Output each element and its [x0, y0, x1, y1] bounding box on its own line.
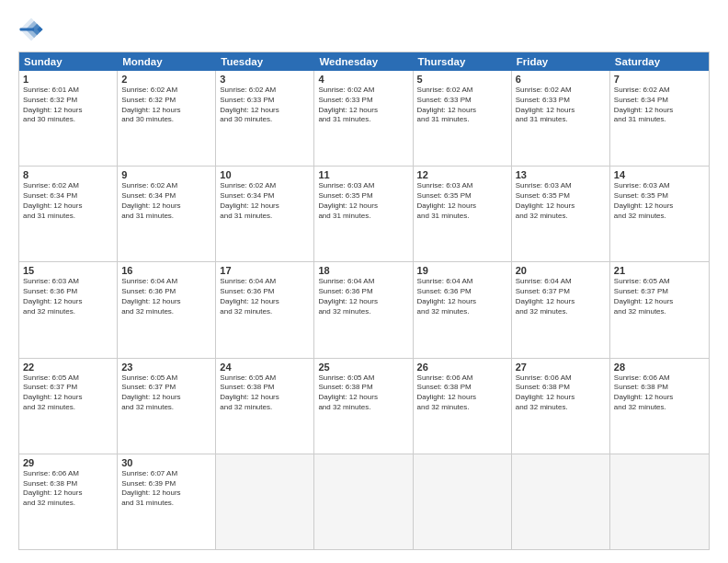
day-number: 1: [23, 74, 113, 85]
day-number: 2: [121, 74, 211, 85]
calendar-week-5: 29Sunrise: 6:06 AMSunset: 6:38 PMDayligh…: [19, 454, 709, 549]
day-number: 9: [121, 169, 211, 180]
day-info: Sunrise: 6:05 AMSunset: 6:38 PMDaylight:…: [220, 373, 310, 413]
calendar-header: Sunday Monday Tuesday Wednesday Thursday…: [19, 52, 709, 71]
day-info: Sunrise: 6:07 AMSunset: 6:39 PMDaylight:…: [121, 469, 211, 509]
day-info: Sunrise: 6:02 AMSunset: 6:34 PMDaylight:…: [23, 181, 113, 221]
day-number: 25: [318, 362, 408, 373]
calendar-cell: 2Sunrise: 6:02 AMSunset: 6:32 PMDaylight…: [118, 71, 216, 166]
calendar-cell: 7Sunrise: 6:02 AMSunset: 6:34 PMDaylight…: [610, 71, 709, 166]
header-tuesday: Tuesday: [216, 52, 314, 71]
day-number: 29: [23, 457, 113, 468]
calendar-cell: 3Sunrise: 6:02 AMSunset: 6:33 PMDaylight…: [216, 71, 314, 166]
calendar-cell: 28Sunrise: 6:06 AMSunset: 6:38 PMDayligh…: [610, 359, 709, 454]
day-number: 18: [318, 265, 408, 276]
day-info: Sunrise: 6:02 AMSunset: 6:33 PMDaylight:…: [516, 86, 606, 125]
day-number: 28: [614, 362, 705, 373]
day-info: Sunrise: 6:04 AMSunset: 6:36 PMDaylight:…: [318, 277, 408, 316]
day-info: Sunrise: 6:04 AMSunset: 6:36 PMDaylight:…: [220, 277, 310, 316]
day-info: Sunrise: 6:05 AMSunset: 6:37 PMDaylight:…: [23, 373, 113, 413]
calendar-cell: 23Sunrise: 6:05 AMSunset: 6:37 PMDayligh…: [118, 359, 216, 454]
header-sunday: Sunday: [19, 52, 118, 71]
calendar-cell: 25Sunrise: 6:05 AMSunset: 6:38 PMDayligh…: [314, 359, 413, 454]
day-number: 16: [121, 265, 211, 276]
calendar-cell: [512, 454, 610, 549]
day-number: 6: [516, 74, 606, 85]
day-info: Sunrise: 6:06 AMSunset: 6:38 PMDaylight:…: [516, 373, 606, 413]
calendar-cell: 24Sunrise: 6:05 AMSunset: 6:38 PMDayligh…: [216, 359, 314, 454]
header: [18, 17, 710, 42]
day-number: 5: [417, 74, 507, 85]
day-info: Sunrise: 6:02 AMSunset: 6:33 PMDaylight:…: [318, 86, 408, 125]
calendar-cell: [216, 454, 314, 549]
calendar-cell: 13Sunrise: 6:03 AMSunset: 6:35 PMDayligh…: [512, 167, 610, 261]
day-info: Sunrise: 6:06 AMSunset: 6:38 PMDaylight:…: [23, 469, 113, 509]
day-number: 21: [614, 265, 705, 276]
calendar-cell: 10Sunrise: 6:02 AMSunset: 6:34 PMDayligh…: [216, 167, 314, 261]
day-number: 23: [121, 362, 211, 373]
day-info: Sunrise: 6:05 AMSunset: 6:37 PMDaylight:…: [614, 277, 705, 316]
calendar-cell: 5Sunrise: 6:02 AMSunset: 6:33 PMDaylight…: [414, 71, 512, 166]
day-info: Sunrise: 6:04 AMSunset: 6:36 PMDaylight:…: [417, 277, 507, 316]
day-number: 4: [318, 74, 408, 85]
calendar-body: 1Sunrise: 6:01 AMSunset: 6:32 PMDaylight…: [19, 71, 709, 549]
calendar-cell: [314, 454, 413, 549]
day-number: 12: [417, 169, 507, 180]
calendar-cell: 26Sunrise: 6:06 AMSunset: 6:38 PMDayligh…: [414, 359, 512, 454]
calendar-cell: 18Sunrise: 6:04 AMSunset: 6:36 PMDayligh…: [314, 262, 413, 357]
day-info: Sunrise: 6:02 AMSunset: 6:33 PMDaylight:…: [220, 86, 310, 125]
day-number: 15: [23, 265, 113, 276]
day-number: 14: [614, 169, 705, 180]
day-info: Sunrise: 6:02 AMSunset: 6:34 PMDaylight:…: [121, 181, 211, 221]
calendar-cell: 11Sunrise: 6:03 AMSunset: 6:35 PMDayligh…: [314, 167, 413, 261]
calendar-cell: 6Sunrise: 6:02 AMSunset: 6:33 PMDaylight…: [512, 71, 610, 166]
calendar-cell: 4Sunrise: 6:02 AMSunset: 6:33 PMDaylight…: [314, 71, 413, 166]
header-thursday: Thursday: [414, 52, 512, 71]
calendar-cell: 20Sunrise: 6:04 AMSunset: 6:37 PMDayligh…: [512, 262, 610, 357]
day-number: 11: [318, 169, 408, 180]
calendar-cell: 22Sunrise: 6:05 AMSunset: 6:37 PMDayligh…: [19, 359, 118, 454]
calendar-cell: 19Sunrise: 6:04 AMSunset: 6:36 PMDayligh…: [414, 262, 512, 357]
day-number: 22: [23, 362, 113, 373]
day-number: 20: [516, 265, 606, 276]
day-number: 8: [23, 169, 113, 180]
day-number: 24: [220, 362, 310, 373]
svg-rect-4: [20, 28, 35, 30]
day-info: Sunrise: 6:06 AMSunset: 6:38 PMDaylight:…: [614, 373, 705, 413]
day-info: Sunrise: 6:03 AMSunset: 6:35 PMDaylight:…: [614, 181, 705, 221]
day-info: Sunrise: 6:02 AMSunset: 6:32 PMDaylight:…: [121, 86, 211, 125]
day-number: 3: [220, 74, 310, 85]
day-info: Sunrise: 6:03 AMSunset: 6:35 PMDaylight:…: [318, 181, 408, 221]
day-info: Sunrise: 6:02 AMSunset: 6:34 PMDaylight:…: [614, 86, 705, 125]
day-number: 30: [121, 457, 211, 468]
day-number: 17: [220, 265, 310, 276]
day-number: 27: [516, 362, 606, 373]
calendar-cell: 21Sunrise: 6:05 AMSunset: 6:37 PMDayligh…: [610, 262, 709, 357]
day-info: Sunrise: 6:03 AMSunset: 6:36 PMDaylight:…: [23, 277, 113, 316]
calendar-cell: 30Sunrise: 6:07 AMSunset: 6:39 PMDayligh…: [118, 454, 216, 549]
calendar-cell: 14Sunrise: 6:03 AMSunset: 6:35 PMDayligh…: [610, 167, 709, 261]
day-number: 7: [614, 74, 705, 85]
day-info: Sunrise: 6:04 AMSunset: 6:36 PMDaylight:…: [121, 277, 211, 316]
page: Sunday Monday Tuesday Wednesday Thursday…: [0, 0, 728, 563]
logo: [18, 17, 48, 42]
calendar-cell: 12Sunrise: 6:03 AMSunset: 6:35 PMDayligh…: [414, 167, 512, 261]
day-info: Sunrise: 6:01 AMSunset: 6:32 PMDaylight:…: [23, 86, 113, 125]
calendar-cell: 15Sunrise: 6:03 AMSunset: 6:36 PMDayligh…: [19, 262, 118, 357]
calendar-week-4: 22Sunrise: 6:05 AMSunset: 6:37 PMDayligh…: [19, 359, 709, 454]
calendar-cell: [414, 454, 512, 549]
calendar-week-2: 8Sunrise: 6:02 AMSunset: 6:34 PMDaylight…: [19, 167, 709, 262]
header-friday: Friday: [512, 52, 610, 71]
day-info: Sunrise: 6:05 AMSunset: 6:38 PMDaylight:…: [318, 373, 408, 413]
day-number: 26: [417, 362, 507, 373]
calendar-cell: 29Sunrise: 6:06 AMSunset: 6:38 PMDayligh…: [19, 454, 118, 549]
day-info: Sunrise: 6:02 AMSunset: 6:34 PMDaylight:…: [220, 181, 310, 221]
header-wednesday: Wednesday: [314, 52, 413, 71]
calendar-week-3: 15Sunrise: 6:03 AMSunset: 6:36 PMDayligh…: [19, 262, 709, 358]
calendar-cell: [610, 454, 709, 549]
calendar-cell: 9Sunrise: 6:02 AMSunset: 6:34 PMDaylight…: [118, 167, 216, 261]
calendar-week-1: 1Sunrise: 6:01 AMSunset: 6:32 PMDaylight…: [19, 71, 709, 167]
calendar-cell: 1Sunrise: 6:01 AMSunset: 6:32 PMDaylight…: [19, 71, 118, 166]
day-info: Sunrise: 6:03 AMSunset: 6:35 PMDaylight:…: [417, 181, 507, 221]
day-number: 19: [417, 265, 507, 276]
